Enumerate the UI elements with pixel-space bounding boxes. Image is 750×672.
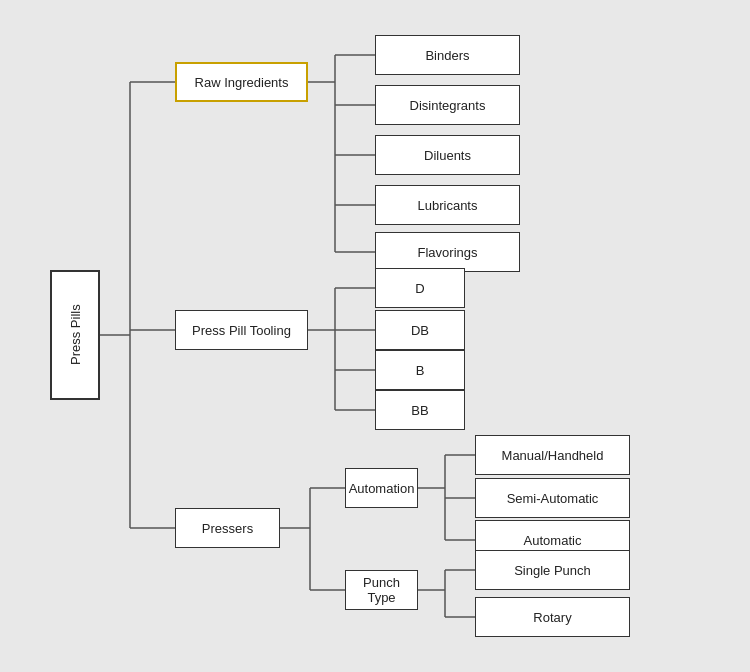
automation-node: Automation [345, 468, 418, 508]
db-node: DB [375, 310, 465, 350]
diagram: Press Pills Raw Ingredients Press Pill T… [0, 0, 750, 672]
raw-ingredients-node: Raw Ingredients [175, 62, 308, 102]
b-node: B [375, 350, 465, 390]
rotary-node: Rotary [475, 597, 630, 637]
lubricants-node: Lubricants [375, 185, 520, 225]
d-node: D [375, 268, 465, 308]
disintegrants-node: Disintegrants [375, 85, 520, 125]
root-node: Press Pills [50, 270, 100, 400]
punch-type-node: Punch Type [345, 570, 418, 610]
pressers-node: Pressers [175, 508, 280, 548]
binders-node: Binders [375, 35, 520, 75]
manual-handheld-node: Manual/Handheld [475, 435, 630, 475]
single-punch-node: Single Punch [475, 550, 630, 590]
press-pill-tooling-node: Press Pill Tooling [175, 310, 308, 350]
bb-node: BB [375, 390, 465, 430]
diluents-node: Diluents [375, 135, 520, 175]
semi-automatic-node: Semi-Automatic [475, 478, 630, 518]
flavorings-node: Flavorings [375, 232, 520, 272]
